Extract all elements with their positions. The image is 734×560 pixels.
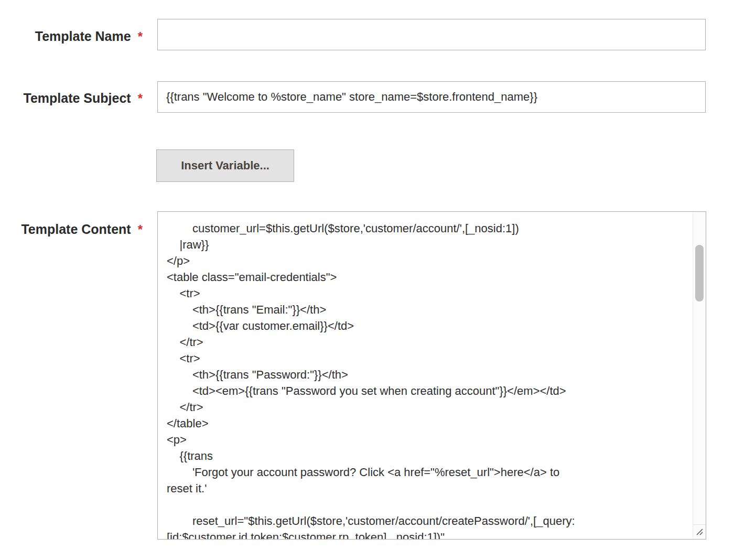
required-asterisk: * [138,90,143,107]
template-subject-label-text: Template Subject [24,89,131,107]
required-asterisk: * [138,28,143,46]
insert-variable-button[interactable]: Insert Variable... [156,149,294,182]
template-name-input[interactable] [157,19,706,50]
email-template-form: Template Name* Template Subject* Insert … [0,0,734,560]
template-content-area [157,211,706,540]
resize-grip-icon [696,528,704,536]
template-content-label-text: Template Content [21,220,131,238]
template-name-label: Template Name* [0,27,143,46]
textarea-scrollbar-thumb[interactable] [695,245,704,301]
textarea-scrollbar-track[interactable] [693,212,706,539]
template-subject-label: Template Subject* [0,89,143,107]
template-content-textarea[interactable] [157,211,706,540]
template-subject-input[interactable] [157,81,706,113]
required-asterisk: * [138,221,143,239]
template-name-label-text: Template Name [35,27,131,45]
template-content-label: Template Content* [0,220,143,239]
textarea-resize-handle[interactable] [693,524,706,539]
